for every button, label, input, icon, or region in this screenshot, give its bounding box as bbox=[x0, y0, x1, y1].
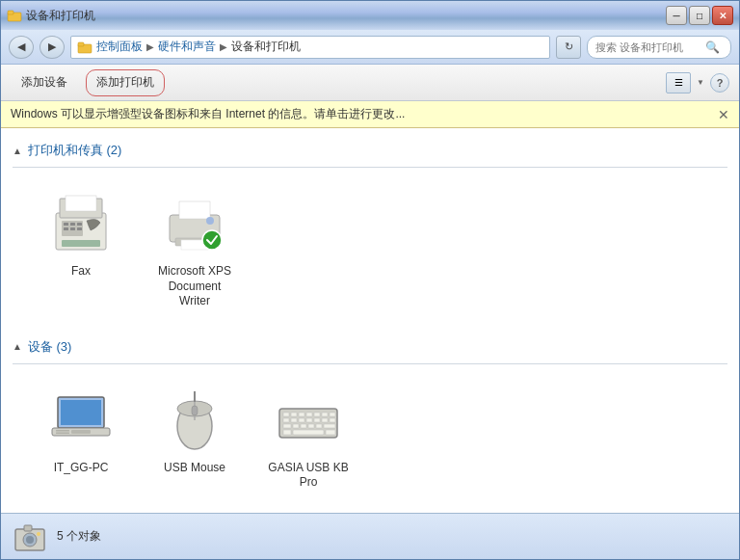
help-button[interactable]: ? bbox=[710, 73, 729, 93]
svg-point-59 bbox=[37, 532, 40, 536]
window-icon bbox=[7, 8, 22, 23]
svg-rect-52 bbox=[293, 430, 324, 435]
svg-rect-8 bbox=[64, 223, 68, 226]
view-icon: ☰ bbox=[674, 77, 683, 88]
breadcrumb-current: 设备和打印机 bbox=[231, 39, 301, 55]
address-bar: ◀ ▶ 控制面板 ▶ 硬件和声音 ▶ 设备和打印机 ↻ 🔍 bbox=[1, 30, 739, 65]
svg-point-20 bbox=[206, 217, 214, 225]
search-icon: 🔍 bbox=[705, 40, 720, 54]
printers-grid: Fax bbox=[13, 175, 727, 325]
keyboard-icon bbox=[275, 387, 342, 455]
view-button[interactable]: ☰ bbox=[666, 72, 691, 93]
main-content: ▲ 打印机和传真 (2) bbox=[1, 128, 739, 513]
svg-rect-9 bbox=[70, 223, 75, 226]
minimize-button[interactable]: ─ bbox=[666, 6, 687, 25]
status-bar-icon bbox=[13, 520, 47, 554]
gasia-kb-item[interactable]: GASIA USB KB Pro bbox=[255, 380, 361, 498]
usb-mouse-label: USB Mouse bbox=[164, 461, 225, 476]
devices-grid: IT_GG-PC bbox=[13, 372, 727, 506]
gasia-kb-label: GASIA USB KB Pro bbox=[268, 461, 348, 491]
svg-rect-12 bbox=[70, 227, 75, 230]
breadcrumb: 控制面板 ▶ 硬件和声音 ▶ 设备和打印机 bbox=[70, 36, 550, 59]
svg-rect-6 bbox=[66, 196, 96, 211]
svg-rect-49 bbox=[308, 424, 314, 428]
svg-rect-37 bbox=[322, 413, 328, 416]
forward-button[interactable]: ▶ bbox=[40, 36, 65, 59]
info-bar: Windows 可以显示增强型设备图标和来自 Internet 的信息。请单击进… bbox=[1, 101, 739, 128]
fax-item[interactable]: Fax bbox=[28, 183, 134, 317]
status-count: 5 个对象 bbox=[57, 528, 101, 545]
devices-section-header: ▲ 设备 (3) bbox=[13, 333, 727, 364]
svg-rect-10 bbox=[77, 223, 82, 226]
svg-rect-50 bbox=[316, 424, 322, 428]
svg-rect-35 bbox=[306, 413, 312, 416]
view-dropdown-arrow: ▼ bbox=[697, 78, 704, 87]
back-button[interactable]: ◀ bbox=[9, 36, 34, 59]
breadcrumb-control-panel[interactable]: 控制面板 bbox=[96, 39, 143, 55]
xps-writer-label: Microsoft XPS Document Writer bbox=[158, 264, 231, 309]
refresh-button[interactable]: ↻ bbox=[556, 36, 581, 59]
svg-rect-22 bbox=[61, 400, 101, 425]
maximize-button[interactable]: □ bbox=[689, 6, 710, 25]
svg-rect-46 bbox=[283, 424, 291, 428]
printers-section-header: ▲ 打印机和传真 (2) bbox=[13, 136, 727, 168]
svg-rect-45 bbox=[330, 418, 335, 422]
add-printer-button[interactable]: 添加打印机 bbox=[86, 69, 165, 96]
devices-section-title[interactable]: 设备 (3) bbox=[28, 338, 72, 356]
svg-rect-40 bbox=[291, 418, 297, 422]
toolbar: 添加设备 添加打印机 ☰ ▼ ? bbox=[1, 65, 739, 101]
svg-rect-14 bbox=[62, 240, 100, 247]
svg-rect-44 bbox=[322, 418, 328, 422]
svg-rect-47 bbox=[293, 424, 299, 428]
title-bar-left: 设备和打印机 bbox=[7, 8, 95, 24]
svg-rect-30 bbox=[192, 406, 198, 415]
add-device-button[interactable]: 添加设备 bbox=[11, 69, 78, 96]
main-window: 设备和打印机 ─ □ ✕ ◀ ▶ 控制面板 ▶ 硬件和声音 ▶ 设备和打印机 ↻ bbox=[0, 0, 740, 560]
svg-rect-54 bbox=[326, 430, 335, 435]
svg-rect-41 bbox=[299, 418, 304, 422]
svg-point-57 bbox=[26, 536, 34, 544]
svg-rect-53 bbox=[283, 430, 291, 435]
mouse-icon bbox=[161, 387, 228, 455]
svg-rect-43 bbox=[314, 418, 320, 422]
breadcrumb-folder-icon bbox=[77, 40, 92, 55]
svg-rect-24 bbox=[71, 430, 91, 434]
svg-rect-3 bbox=[78, 42, 84, 46]
usb-mouse-item[interactable]: USB Mouse bbox=[142, 380, 248, 498]
svg-rect-38 bbox=[330, 413, 335, 416]
svg-rect-48 bbox=[301, 424, 306, 428]
xps-writer-item[interactable]: Microsoft XPS Document Writer bbox=[142, 183, 248, 317]
status-bar: 5 个对象 bbox=[1, 513, 739, 559]
fax-label: Fax bbox=[71, 264, 91, 280]
svg-rect-36 bbox=[314, 413, 320, 416]
laptop-icon bbox=[47, 387, 115, 455]
svg-rect-42 bbox=[306, 418, 312, 422]
svg-rect-33 bbox=[291, 413, 297, 416]
svg-rect-51 bbox=[324, 424, 335, 428]
search-box: 🔍 bbox=[587, 36, 731, 59]
svg-rect-34 bbox=[299, 413, 304, 416]
close-button[interactable]: ✕ bbox=[712, 6, 733, 25]
svg-rect-16 bbox=[179, 201, 210, 219]
printers-section-title[interactable]: 打印机和传真 (2) bbox=[28, 142, 122, 159]
svg-rect-32 bbox=[283, 413, 289, 416]
svg-rect-13 bbox=[77, 227, 82, 230]
svg-rect-11 bbox=[64, 227, 68, 230]
title-bar: 设备和打印机 ─ □ ✕ bbox=[1, 1, 739, 30]
fax-icon bbox=[47, 191, 115, 258]
svg-point-19 bbox=[202, 230, 222, 250]
printers-collapse-arrow[interactable]: ▲ bbox=[13, 146, 22, 156]
svg-rect-1 bbox=[8, 11, 13, 14]
toolbar-right: ☰ ▼ ? bbox=[666, 72, 729, 93]
xps-writer-icon bbox=[161, 191, 228, 258]
search-input[interactable] bbox=[595, 41, 701, 53]
title-bar-controls: ─ □ ✕ bbox=[666, 6, 733, 25]
svg-rect-26 bbox=[56, 433, 69, 435]
info-close-button[interactable]: ✕ bbox=[718, 107, 729, 122]
it-gg-pc-item[interactable]: IT_GG-PC bbox=[28, 380, 134, 498]
svg-rect-39 bbox=[283, 418, 289, 422]
devices-collapse-arrow[interactable]: ▲ bbox=[13, 341, 22, 352]
info-message: Windows 可以显示增强型设备图标和来自 Internet 的信息。请单击进… bbox=[11, 106, 405, 122]
svg-rect-58 bbox=[24, 525, 32, 531]
breadcrumb-hardware[interactable]: 硬件和声音 bbox=[158, 39, 216, 55]
